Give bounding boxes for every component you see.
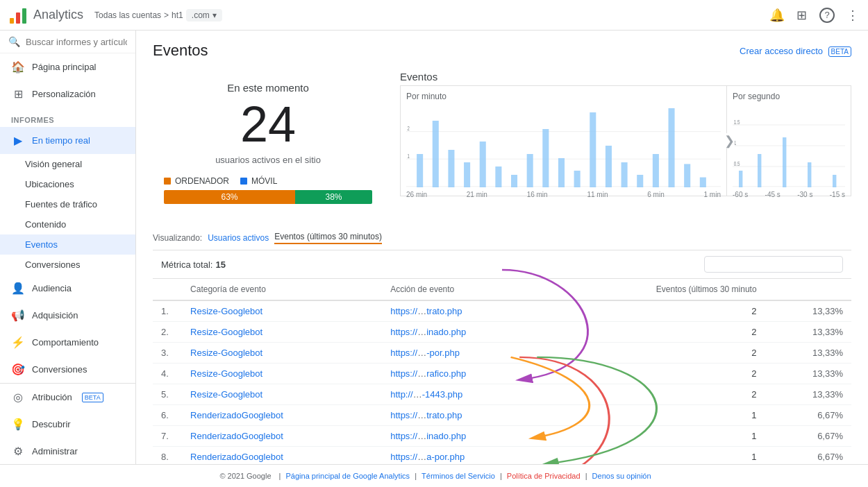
table-metric-bar: Métrica total: 15 [153,250,851,279]
cell-action: http://…-1443.php [382,384,551,405]
footer-link-2[interactable]: Política de Privacidad [507,472,581,480]
sidebar-sub-locations[interactable]: Ubicaciones [0,174,135,194]
svg-text:1: 1 [408,153,410,160]
top-section: En este momento 24 usuarios activos en e… [153,71,851,215]
svg-rect-20 [637,175,643,187]
admin-icon: ⚙ [11,445,25,458]
cell-events: 2 [551,364,765,384]
action-link[interactable]: https://…-por.php [390,348,460,358]
realtime-icon: ▶ [11,134,25,147]
footer-link-1[interactable]: Términos del Servicio [422,472,495,480]
audience-icon: 👤 [11,282,25,295]
chart-xlabel-2: 16 min [527,191,548,198]
visualizando-active-label: Eventos (últimos 30 minutos) [274,232,382,244]
sidebar-item-acquisition[interactable]: 📢 Adquisición [0,302,135,329]
device-bar: 63% 38% [164,190,372,204]
sidebar-sub-overview[interactable]: Visión general [0,154,135,174]
action-link[interactable]: https://…trato.php [390,410,462,420]
table-header: Categoría de evento Acción de evento Eve… [153,279,851,300]
col-action: Acción de evento [382,279,551,300]
cell-percent: 6,67% [765,426,851,447]
svg-rect-35 [833,175,836,187]
device-color-mobile [240,178,247,185]
cell-percent: 6,67% [765,447,851,465]
cell-percent: 13,33% [765,364,851,384]
attribution-beta-badge: BETA [82,393,103,402]
sidebar-item-admin[interactable]: ⚙ Administrar [0,438,135,464]
sidebar-item-home[interactable]: 🏠 Página principal [0,53,135,80]
chart-xlabel-1: 21 min [467,191,487,198]
chart-s-xlabel-1: -45 s [765,191,781,198]
footer-sep-3: | [585,472,590,480]
cell-action: https://…-por.php [382,343,551,364]
action-link[interactable]: https://…rafico.php [390,368,466,379]
active-users-number: 24 [164,99,372,149]
search-input[interactable] [26,37,127,47]
chart-secondary-svg: 1.5 1 0.5 [733,104,845,187]
dropdown-chevron: ▾ [212,10,217,20]
layout: 🔍 🏠 Página principal ⊞ Personalización I… [0,31,868,464]
create-access-link[interactable]: Crear acceso directo [740,46,823,56]
action-link[interactable]: http://…-1443.php [390,389,462,400]
category-link[interactable]: Resize-Googlebot [190,327,262,337]
sidebar-discover-label: Descubrir [32,419,71,429]
category-link[interactable]: Resize-Googlebot [190,389,262,400]
footer-sep-0: | [279,472,283,480]
table-row: 6. RenderizadoGooglebot https://…trato.p… [153,405,851,426]
device-name-desktop: ORDENADOR [175,176,229,186]
visualizando-users-link[interactable]: Usuarios activos [208,233,269,243]
grid-icon[interactable]: ⊞ [794,8,808,22]
app-name: Analytics [33,8,83,22]
action-link[interactable]: https://…a-por.php [390,452,465,462]
charts-area: Eventos Por minuto [400,71,851,215]
category-link[interactable]: Resize-Googlebot [190,348,262,358]
sidebar-item-realtime[interactable]: ▶ En tiempo real [0,127,135,154]
action-link[interactable]: https://…inado.php [390,327,466,337]
sidebar-sub-content[interactable]: Contenido [0,214,135,234]
cell-events: 1 [551,447,765,465]
chart-main-xlabels: 26 min 21 min 16 min 11 min 6 min 1 min [406,191,721,198]
svg-rect-17 [590,112,596,187]
device-section: ORDENADOR MÓVIL 63% 38% [164,176,372,204]
sidebar-item-behavior[interactable]: ⚡ Comportamiento [0,329,135,356]
footer-link-3[interactable]: Denos su opinión [592,472,651,480]
device-bar-desktop: 63% [164,190,295,204]
footer-copyright: © 2021 Google [219,472,271,480]
help-icon[interactable]: ? [819,8,835,23]
table-search-input[interactable] [704,256,843,273]
sidebar-item-conversions[interactable]: 🎯 Conversiones [0,356,135,383]
category-link[interactable]: RenderizadoGooglebot [190,431,283,441]
conversions-icon: 🎯 [11,363,25,376]
category-link[interactable]: Resize-Googlebot [190,306,262,316]
svg-rect-33 [783,137,786,187]
sidebar-item-personalization[interactable]: ⊞ Personalización [0,80,135,108]
more-icon[interactable]: ⋮ [846,8,860,22]
action-link[interactable]: https://…inado.php [390,431,466,441]
action-link[interactable]: https://…trato.php [390,306,462,316]
cell-action: https://…rafico.php [382,364,551,384]
device-bar-mobile: 38% [295,190,372,204]
col-events: Eventos (últimos 30 minuto [551,279,765,300]
chart-secondary-xlabels: -60 s -45 s -30 s -15 s [733,191,845,198]
visualizando-prefix: Visualizando: [153,233,202,243]
personalization-icon: ⊞ [11,87,25,101]
domain-selector[interactable]: .com ▾ [186,9,222,22]
charts-row: Por minuto [400,85,851,196]
sidebar-sub-events[interactable]: Eventos [0,234,135,255]
category-link[interactable]: RenderizadoGooglebot [190,452,283,462]
category-link[interactable]: RenderizadoGooglebot [190,410,283,420]
sidebar-sub-traffic[interactable]: Fuentes de tráfico [0,194,135,214]
sidebar-item-discover[interactable]: 💡 Descubrir [0,411,135,438]
sidebar-sub-conversions[interactable]: Conversiones [0,255,135,275]
footer-link-0[interactable]: Página principal de Google Analytics [286,472,410,480]
sidebar-item-audience[interactable]: 👤 Audiencia [0,275,135,302]
sidebar-attribution-label: Atribución [32,392,72,402]
topbar-actions: 🔔 ⊞ ? ⋮ [769,8,860,23]
svg-rect-8 [448,150,454,187]
notifications-icon[interactable]: 🔔 [769,8,783,22]
sidebar-item-attribution[interactable]: ◎ Atribución BETA [0,384,135,411]
cell-events: 2 [551,343,765,364]
cell-action: https://…inado.php [382,322,551,343]
footer-sep-1: | [415,472,419,480]
category-link[interactable]: Resize-Googlebot [190,368,262,379]
